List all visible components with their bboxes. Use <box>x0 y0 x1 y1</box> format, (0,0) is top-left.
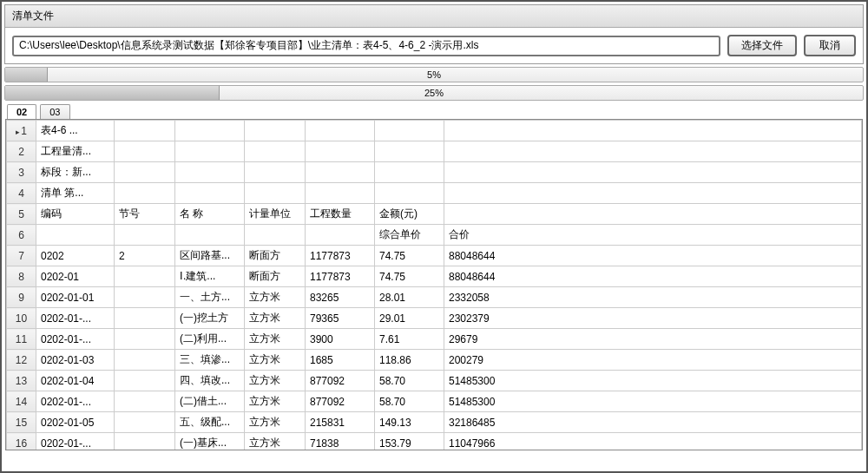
cell[interactable] <box>245 162 306 183</box>
cell[interactable]: 88048644 <box>444 266 862 287</box>
cell[interactable] <box>36 225 115 246</box>
cell[interactable] <box>115 141 175 162</box>
cell[interactable]: 立方米 <box>245 329 306 350</box>
cell[interactable] <box>115 308 175 329</box>
table-row[interactable]: 130202-01-04四、填改...立方米87709258.705148530… <box>7 371 862 391</box>
cell[interactable] <box>245 183 306 204</box>
row-number[interactable]: 4 <box>7 183 36 204</box>
cell[interactable] <box>115 266 175 287</box>
cell[interactable]: 0202-01-... <box>36 329 115 350</box>
cell[interactable]: 1177873 <box>306 266 375 287</box>
table-row[interactable]: 110202-01-...(二)利用...立方米39007.6129679 <box>7 329 862 350</box>
cell[interactable] <box>175 225 245 246</box>
cell[interactable] <box>245 141 306 162</box>
cell[interactable]: 79365 <box>306 308 375 329</box>
cell[interactable] <box>175 121 245 141</box>
cell[interactable] <box>306 225 375 246</box>
cell[interactable] <box>306 121 375 141</box>
cell[interactable]: 合价 <box>444 225 862 246</box>
cell[interactable]: 立方米 <box>245 433 306 451</box>
cell[interactable]: 58.70 <box>375 391 444 412</box>
table-row[interactable]: 90202-01-01一、土方...立方米8326528.012332058 <box>7 287 862 308</box>
cell[interactable]: 0202-01-... <box>36 391 115 412</box>
choose-file-button[interactable]: 选择文件 <box>727 35 797 56</box>
cell[interactable]: 0202-01-04 <box>36 371 115 391</box>
table-row[interactable]: 6综合单价合价 <box>7 225 862 246</box>
cell[interactable]: 立方米 <box>245 287 306 308</box>
cell[interactable]: 83265 <box>306 287 375 308</box>
cell[interactable]: (一)基床... <box>175 433 245 451</box>
cell[interactable]: 74.75 <box>375 266 444 287</box>
table-row[interactable]: 3标段：新... <box>7 162 862 183</box>
cell[interactable] <box>115 329 175 350</box>
cell[interactable]: 29.01 <box>375 308 444 329</box>
row-number[interactable]: 1 <box>7 121 36 141</box>
cell[interactable] <box>444 183 862 204</box>
cell[interactable] <box>175 162 245 183</box>
cell[interactable] <box>115 162 175 183</box>
table-row[interactable]: 150202-01-05五、级配...立方米215831149.13321864… <box>7 412 862 433</box>
cell[interactable]: 立方米 <box>245 391 306 412</box>
row-number[interactable]: 16 <box>7 433 36 451</box>
cell[interactable] <box>375 162 444 183</box>
cell[interactable] <box>245 121 306 141</box>
cell[interactable]: 0202-01-05 <box>36 412 115 433</box>
cell[interactable]: 2332058 <box>444 287 862 308</box>
cell[interactable]: 表4-6 ... <box>36 121 115 141</box>
cell[interactable] <box>115 391 175 412</box>
table-row[interactable]: 80202-01Ⅰ.建筑...断面方117787374.7588048644 <box>7 266 862 287</box>
cell[interactable]: 0202-01-01 <box>36 287 115 308</box>
cell[interactable]: 立方米 <box>245 350 306 371</box>
table-row[interactable]: 100202-01-...(一)挖土方立方米7936529.012302379 <box>7 308 862 329</box>
cell[interactable]: 综合单价 <box>375 225 444 246</box>
row-number[interactable]: 8 <box>7 266 36 287</box>
cell[interactable]: 0202-01-... <box>36 308 115 329</box>
cell[interactable]: 153.79 <box>375 433 444 451</box>
row-number[interactable]: 10 <box>7 308 36 329</box>
cell[interactable]: 立方米 <box>245 371 306 391</box>
cell[interactable]: 区间路基... <box>175 246 245 266</box>
row-number[interactable]: 11 <box>7 329 36 350</box>
cell[interactable]: 0202-01-... <box>36 433 115 451</box>
cell[interactable] <box>115 183 175 204</box>
table-row[interactable]: 4清单 第... <box>7 183 862 204</box>
tab-03[interactable]: 03 <box>40 104 69 119</box>
row-number[interactable]: 14 <box>7 391 36 412</box>
cell[interactable]: 58.70 <box>375 371 444 391</box>
cell[interactable] <box>444 121 862 141</box>
cell[interactable]: Ⅰ.建筑... <box>175 266 245 287</box>
cell[interactable] <box>115 433 175 451</box>
row-number[interactable]: 13 <box>7 371 36 391</box>
cell[interactable]: 立方米 <box>245 308 306 329</box>
cell[interactable]: (二)借土... <box>175 391 245 412</box>
cell[interactable]: 0202-01 <box>36 266 115 287</box>
cell[interactable]: 51485300 <box>444 391 862 412</box>
row-number[interactable]: 9 <box>7 287 36 308</box>
row-number[interactable]: 6 <box>7 225 36 246</box>
row-number[interactable]: 12 <box>7 350 36 371</box>
row-number[interactable]: 3 <box>7 162 36 183</box>
cell[interactable]: 0202-01-03 <box>36 350 115 371</box>
table-row[interactable]: 120202-01-03三、填渗...立方米1685118.86200279 <box>7 350 862 371</box>
cell[interactable]: (一)挖土方 <box>175 308 245 329</box>
row-number[interactable]: 7 <box>7 246 36 266</box>
cell[interactable]: 118.86 <box>375 350 444 371</box>
cell[interactable]: 0202 <box>36 246 115 266</box>
cell[interactable] <box>245 225 306 246</box>
cell[interactable]: 29679 <box>444 329 862 350</box>
cell[interactable]: 51485300 <box>444 371 862 391</box>
row-number[interactable]: 15 <box>7 412 36 433</box>
cell[interactable]: 32186485 <box>444 412 862 433</box>
cell[interactable] <box>306 162 375 183</box>
cell[interactable]: 877092 <box>306 391 375 412</box>
cell[interactable]: 工程数量 <box>306 204 375 225</box>
cell[interactable]: 四、填改... <box>175 371 245 391</box>
cell[interactable]: 1685 <box>306 350 375 371</box>
tab-02[interactable]: 02 <box>7 104 36 119</box>
row-number[interactable]: 2 <box>7 141 36 162</box>
cell[interactable] <box>375 183 444 204</box>
cell[interactable]: 200279 <box>444 350 862 371</box>
table-row[interactable]: 160202-01-...(一)基床...立方米71838153.7911047… <box>7 433 862 451</box>
cell[interactable]: 计量单位 <box>245 204 306 225</box>
cell[interactable] <box>115 225 175 246</box>
